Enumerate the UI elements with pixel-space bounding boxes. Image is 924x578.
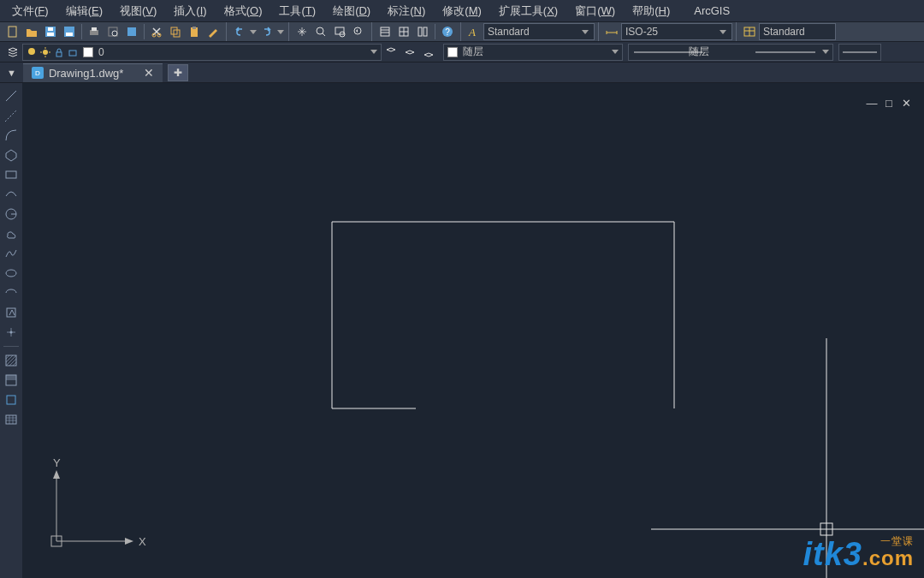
saveas-icon[interactable] — [60, 23, 79, 40]
main-area: — □ ✕ Y X 一堂课 itk3.com — [0, 83, 924, 578]
svg-rect-0 — [9, 27, 16, 37]
svg-rect-7 — [92, 27, 97, 31]
menu-bar: 文件(F) 编辑(E) 视图(V) 插入(I) 格式(O) 工具(T) 绘图(D… — [0, 0, 924, 21]
menu-view[interactable]: 视图(V) — [111, 2, 165, 21]
redo-dropdown-icon[interactable] — [276, 23, 285, 40]
dwg-file-icon: D — [32, 67, 44, 79]
print-icon[interactable] — [85, 23, 104, 40]
new-file-icon[interactable] — [3, 23, 22, 40]
lineweight-dropdown[interactable] — [838, 44, 881, 61]
region-icon[interactable] — [3, 392, 20, 408]
new-tab-button[interactable]: ✚ — [168, 64, 188, 81]
layer-state-icon[interactable] — [419, 44, 438, 61]
table-style-icon[interactable] — [740, 23, 759, 40]
open-file-icon[interactable] — [22, 23, 41, 40]
menu-file[interactable]: 文件(F) — [3, 2, 57, 21]
table-style-dropdown[interactable]: Standard — [759, 23, 836, 40]
standard-toolbar: ? A Standard ISO-25 Standard — [0, 21, 924, 42]
ellipse-icon[interactable] — [3, 265, 20, 281]
cut-icon[interactable] — [147, 23, 166, 40]
menu-help[interactable]: 帮助(H) — [624, 2, 678, 21]
menu-tools[interactable]: 工具(T) — [270, 2, 324, 21]
tab-list-dropdown-icon[interactable]: ▼ — [7, 68, 16, 78]
copy-icon[interactable] — [166, 23, 185, 40]
svg-rect-32 — [69, 51, 76, 56]
properties-icon[interactable] — [376, 23, 394, 40]
save-icon[interactable] — [41, 23, 60, 40]
lightbulb-icon — [27, 47, 37, 57]
svg-rect-23 — [418, 27, 422, 36]
help-icon[interactable]: ? — [438, 23, 457, 40]
menu-format[interactable]: 格式(O) — [216, 2, 271, 21]
menu-modify[interactable]: 修改(M) — [434, 2, 490, 21]
svg-rect-47 — [7, 396, 15, 404]
menu-insert[interactable]: 插入(I) — [165, 2, 215, 21]
publish-icon[interactable] — [122, 23, 141, 40]
rectangle-icon[interactable] — [3, 167, 20, 182]
line-icon[interactable] — [3, 88, 20, 104]
sun-icon — [40, 47, 50, 57]
arc-icon[interactable] — [3, 128, 20, 143]
tab-close-icon[interactable]: ✕ — [144, 66, 154, 80]
svg-text:Y: Y — [53, 456, 61, 469]
dim-style-dropdown[interactable]: ISO-25 — [621, 23, 732, 40]
drawing-canvas[interactable]: — □ ✕ Y X 一堂课 itk3.com — [22, 83, 924, 578]
layer-prev-icon[interactable] — [400, 44, 419, 61]
chevron-down-icon — [822, 50, 829, 54]
svg-point-9 — [112, 31, 117, 36]
linetype-preview-icon — [634, 47, 702, 57]
layer-properties-icon[interactable] — [3, 44, 22, 61]
layer-toolbar: 0 随层 随层 — [0, 42, 924, 63]
layer-dropdown[interactable]: 0 — [22, 44, 382, 61]
linetype-preview-icon — [755, 47, 815, 57]
undo-icon[interactable] — [230, 23, 249, 40]
table-icon[interactable] — [3, 412, 20, 427]
text-style-dropdown[interactable]: Standard — [483, 23, 595, 40]
menu-extend[interactable]: 扩展工具(X) — [490, 2, 566, 21]
paste-icon[interactable] — [185, 23, 204, 40]
menu-window[interactable]: 窗口(W) — [566, 2, 624, 21]
zoom-realtime-icon[interactable] — [311, 23, 330, 40]
redo-icon[interactable] — [258, 23, 276, 40]
undo-dropdown-icon[interactable] — [249, 23, 258, 40]
gradient-icon[interactable] — [3, 372, 20, 388]
design-center-icon[interactable] — [394, 23, 413, 40]
dim-style-icon[interactable] — [602, 23, 621, 40]
layer-name: 0 — [98, 46, 104, 58]
menu-arcgis[interactable]: ArcGIS — [685, 3, 738, 19]
match-properties-icon[interactable] — [204, 23, 222, 40]
menu-draw[interactable]: 绘图(D) — [324, 2, 379, 21]
svg-rect-24 — [424, 27, 427, 36]
draw-toolbar — [0, 83, 22, 578]
zoom-window-icon[interactable] — [330, 23, 349, 40]
construction-line-icon[interactable] — [3, 108, 20, 123]
menu-annotate[interactable]: 标注(N) — [379, 2, 434, 21]
zoom-previous-icon[interactable] — [349, 23, 368, 40]
layer-color-swatch — [83, 47, 93, 57]
revision-cloud-icon[interactable] — [3, 226, 20, 241]
svg-text:A: A — [468, 26, 476, 39]
spline-icon[interactable] — [3, 246, 20, 261]
document-tab[interactable]: D Drawing1.dwg* ✕ — [23, 63, 163, 82]
color-dropdown[interactable]: 随层 — [443, 44, 623, 61]
layer-iso-icon[interactable] — [382, 44, 400, 61]
svg-line-36 — [6, 91, 16, 101]
svg-rect-46 — [6, 375, 16, 380]
tool-palette-icon[interactable] — [413, 23, 432, 40]
arc3pt-icon[interactable] — [3, 187, 20, 202]
print-preview-icon[interactable] — [104, 23, 122, 40]
hatch-icon[interactable] — [3, 353, 20, 368]
menu-edit[interactable]: 编辑(E) — [57, 2, 111, 21]
polygon-icon[interactable] — [3, 147, 20, 163]
insert-block-icon[interactable] — [3, 305, 20, 320]
circle-icon[interactable] — [3, 206, 20, 222]
point-icon[interactable] — [3, 325, 20, 340]
linetype-dropdown[interactable]: 随层 — [628, 44, 833, 61]
ellipse-arc-icon[interactable] — [3, 285, 20, 301]
pan-icon[interactable] — [293, 23, 311, 40]
svg-point-17 — [317, 27, 323, 34]
ucs-icon: Y X — [38, 460, 149, 554]
text-style-icon[interactable]: A — [465, 23, 483, 40]
dim-style-label: ISO-25 — [625, 26, 658, 38]
svg-rect-16 — [192, 27, 196, 29]
